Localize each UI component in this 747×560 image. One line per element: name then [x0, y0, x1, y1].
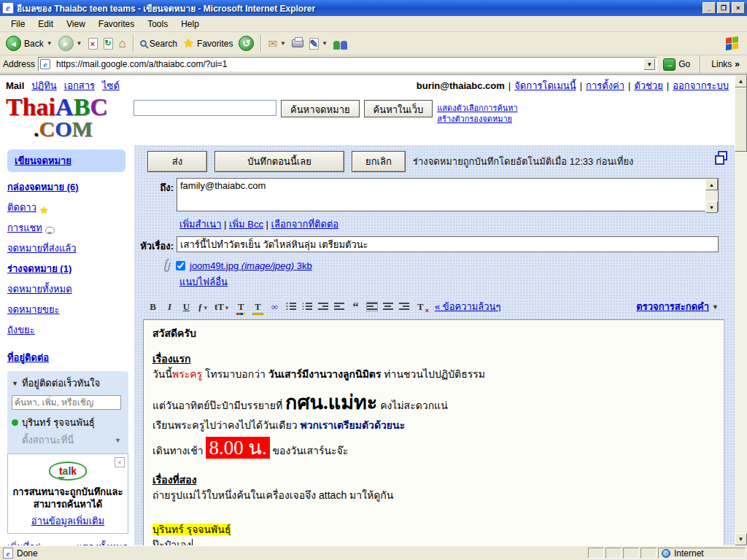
underline-icon[interactable]: U: [181, 301, 192, 313]
page-scrollbar[interactable]: ▲ ▼: [735, 75, 747, 545]
numbered-list-icon[interactable]: [286, 303, 296, 311]
menu-file[interactable]: File: [4, 18, 31, 31]
mail-dropdown-icon[interactable]: ▼: [280, 40, 286, 47]
subject-field[interactable]: [177, 236, 719, 252]
sidebar-item-sent[interactable]: จดหมายที่ส่งแล้ว: [7, 241, 77, 256]
discard-button[interactable]: ยกเลิก: [352, 151, 406, 172]
minimize-button[interactable]: _: [703, 2, 716, 14]
sidebar-item-inbox[interactable]: กล่องจดหมาย (6): [7, 179, 79, 195]
indent-icon[interactable]: [334, 303, 344, 311]
history-button[interactable]: ↺: [236, 34, 257, 52]
address-url[interactable]: https://mail.google.com/a/thaiabc.com/?u…: [56, 59, 227, 69]
search-button[interactable]: Search: [137, 37, 180, 50]
print-button[interactable]: [289, 38, 306, 49]
address-dropdown-icon[interactable]: ▼: [643, 58, 655, 70]
sidebar-item-chats[interactable]: การแชท: [7, 220, 42, 236]
to-field[interactable]: family@thaiabc.com: [177, 178, 719, 211]
compose-mail-link[interactable]: เขียนจดหมาย: [15, 155, 71, 166]
edit-button[interactable]: ✎ ▼: [306, 36, 330, 51]
attach-another-file-link[interactable]: แนบไฟล์อื่น: [179, 276, 228, 287]
close-button[interactable]: ×: [732, 2, 745, 14]
close-promo-icon[interactable]: ×: [115, 457, 125, 467]
save-now-button[interactable]: บันทึกตอนนี้เลย: [214, 151, 344, 172]
blockquote-icon[interactable]: “: [350, 300, 361, 314]
sidebar-item-drafts[interactable]: ร่างจดหมาย (1): [7, 261, 71, 276]
home-button[interactable]: ⌂: [116, 35, 129, 52]
attachment-checkbox[interactable]: [176, 261, 185, 271]
link-calendar[interactable]: ปฏิทิน: [31, 78, 56, 93]
align-center-icon[interactable]: [383, 303, 393, 311]
sidebar-item-trash[interactable]: ถังขยะ: [7, 322, 35, 338]
insert-link-icon[interactable]: ∞: [269, 301, 280, 313]
restore-button[interactable]: ❐: [717, 2, 730, 14]
message-body-editor[interactable]: สวัสดีครับ เรื่องแรก วันนี้พระครู โทรมาบ…: [143, 319, 724, 545]
spell-check-dropdown-icon[interactable]: ▼: [712, 303, 719, 311]
highlight-color-icon[interactable]: T: [252, 301, 263, 313]
bold-icon[interactable]: B: [147, 301, 158, 313]
attachment-link[interactable]: joom49t.jpg (image/jpeg) 3kb: [190, 260, 312, 271]
mail-search-input[interactable]: [133, 100, 276, 116]
scroll-up-icon[interactable]: ▲: [705, 179, 718, 190]
font-family-icon[interactable]: ƒ▼: [198, 301, 209, 313]
menu-favorites[interactable]: Favorites: [92, 18, 141, 31]
refresh-button[interactable]: ↻: [101, 36, 116, 51]
text-color-icon[interactable]: T: [236, 301, 247, 313]
plain-text-link[interactable]: « ข้อความล้วนๆ: [435, 299, 501, 314]
sidebar-item-contacts[interactable]: ที่อยู่ติดต่อ: [7, 350, 49, 365]
go-button[interactable]: → Go: [660, 57, 693, 72]
bullet-list-icon[interactable]: [302, 303, 312, 311]
status-dropdown-icon[interactable]: ▼: [115, 437, 121, 444]
address-field[interactable]: e https://mail.google.com/a/thaiabc.com/…: [38, 57, 657, 71]
choose-from-contacts-link[interactable]: เลือกจากที่ติดต่อ: [271, 219, 339, 230]
menu-help[interactable]: Help: [174, 18, 206, 31]
forward-dropdown-icon[interactable]: ▼: [77, 40, 82, 47]
link-help[interactable]: ตัวช่วย: [634, 78, 662, 93]
contact-name[interactable]: บุรินทร์ รุจจนพันธุ์: [22, 415, 95, 430]
sidebar-item-starred[interactable]: ติดดาว: [7, 200, 36, 215]
menu-tools[interactable]: Tools: [141, 18, 174, 31]
sidebar-item-spam[interactable]: จดหมายขยะ: [7, 302, 60, 317]
spell-check-link[interactable]: ตรวจการสะกดคำ: [636, 299, 709, 314]
scrollbar-up-icon[interactable]: ▲: [735, 75, 747, 88]
scroll-down-icon[interactable]: ▼: [705, 201, 718, 213]
open-in-new-window-icon[interactable]: [718, 151, 727, 160]
link-manage-domain[interactable]: จัดการโดเมนนี้: [514, 78, 576, 93]
link-sign-out[interactable]: ออกจากระบบ: [673, 78, 729, 93]
edit-dropdown-icon[interactable]: ▼: [322, 40, 328, 47]
show-all-link[interactable]: แสดงทั้งหมด: [76, 540, 128, 545]
scrollbar-down-icon[interactable]: ▼: [735, 533, 747, 545]
link-create-filter[interactable]: สร้างตัวกรองจดหมาย: [437, 114, 517, 125]
to-field-scrollbar[interactable]: ▲ ▼: [705, 179, 718, 213]
links-toolbar[interactable]: Links »: [707, 59, 744, 69]
font-size-icon[interactable]: tT▼: [214, 301, 230, 313]
link-docs[interactable]: เอกสาร: [64, 78, 95, 93]
sidebar-item-all-mail[interactable]: จดหมายทั้งหมด: [7, 281, 72, 297]
remove-formatting-icon[interactable]: T: [415, 301, 426, 313]
align-right-icon[interactable]: [399, 303, 409, 311]
learn-more-link[interactable]: อ่านข้อมูลเพิ่มเติม: [31, 516, 104, 526]
messenger-button[interactable]: [330, 36, 350, 51]
link-sites[interactable]: ไซต์: [102, 78, 120, 93]
back-dropdown-icon[interactable]: ▼: [47, 40, 53, 47]
add-cc-link[interactable]: เพิ่มสำเนา: [179, 219, 221, 230]
add-bcc-link[interactable]: เพิ่ม Bcc: [229, 219, 263, 230]
set-status-hint[interactable]: ตั้งสถานะที่นี่: [22, 432, 74, 448]
search-web-button[interactable]: ค้นหาในเว็บ: [364, 100, 433, 117]
back-button[interactable]: ◄ Back ▼: [3, 34, 55, 52]
italic-icon[interactable]: I: [164, 301, 175, 313]
forward-button[interactable]: ► ▼: [55, 34, 85, 52]
send-button[interactable]: ส่ง: [147, 151, 207, 172]
add-contact-link[interactable]: เพิ่มที่อยู่: [7, 540, 41, 545]
link-settings[interactable]: การตั้งค่า: [586, 78, 624, 93]
mail-button[interactable]: ✉ ▼: [265, 36, 289, 52]
outdent-icon[interactable]: [318, 303, 328, 311]
align-left-icon[interactable]: [367, 303, 377, 311]
tab-mail[interactable]: Mail: [6, 80, 24, 91]
favorites-button[interactable]: ★ Favorites: [180, 34, 236, 52]
menu-edit[interactable]: Edit: [31, 18, 60, 31]
menu-view[interactable]: View: [60, 18, 92, 31]
link-search-options[interactable]: แสดงตัวเลือกการค้นหา: [437, 103, 517, 114]
collapse-triangle-icon[interactable]: ▼: [12, 380, 18, 387]
stop-button[interactable]: ×: [85, 36, 101, 51]
search-mail-button[interactable]: ค้นหาจดหมาย: [281, 100, 360, 117]
